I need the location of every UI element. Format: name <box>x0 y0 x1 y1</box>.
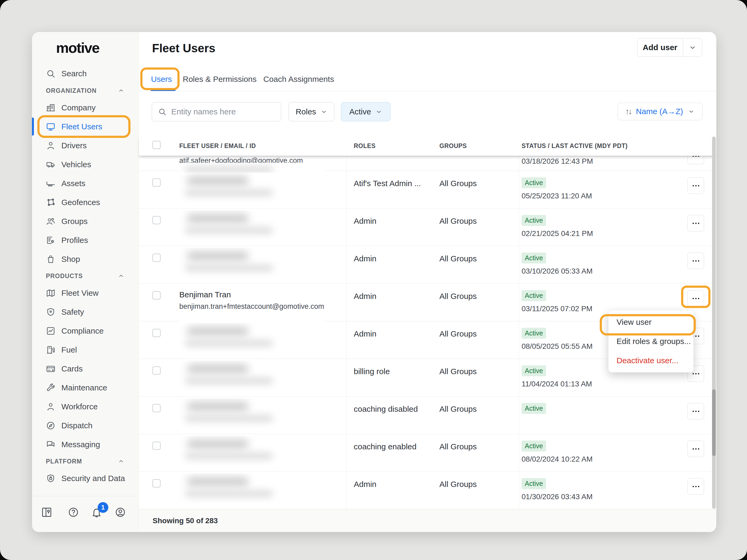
sidebar-item-geofences[interactable]: Geofences <box>32 193 138 212</box>
fuel-icon <box>46 345 55 355</box>
sidebar-item-label: Security and Data <box>61 474 125 483</box>
row-actions-kebab-button[interactable] <box>688 177 704 194</box>
sidebar-item-fleet-view[interactable]: Fleet View <box>32 284 138 302</box>
table-row: AdminAll GroupsActive03/10/2026 05:33 AM <box>139 246 716 284</box>
sidebar-item-label: Maintenance <box>61 383 107 392</box>
sidebar-item-cards[interactable]: Cards <box>32 359 138 378</box>
user-role: coaching disabled <box>354 404 418 414</box>
active-tab-underline <box>151 89 176 91</box>
search-placeholder: Entity names here <box>171 107 236 116</box>
status-badge: Active <box>521 252 546 264</box>
sidebar-item-label: Cards <box>61 364 83 373</box>
row-checkbox[interactable] <box>152 254 161 262</box>
sort-dropdown[interactable]: ↑↓ Name (A→Z) <box>618 103 702 120</box>
workforce-icon <box>46 402 55 411</box>
status-badge: Active <box>521 365 546 376</box>
row-actions-kebab-clipped[interactable] <box>688 156 704 164</box>
row-actions-kebab-button[interactable] <box>688 252 704 269</box>
add-user-button[interactable]: Add user <box>637 38 702 57</box>
select-all-checkbox[interactable] <box>152 141 161 149</box>
drivers-icon <box>46 141 55 151</box>
cards-icon <box>46 364 55 374</box>
row-actions-kebab-button[interactable] <box>688 156 704 164</box>
menu-item-edit-roles-groups[interactable]: Edit roles & groups... <box>609 332 693 351</box>
row-checkbox[interactable] <box>152 179 161 187</box>
user-email: benjiman.tran+fmtestaccount@gomotive.com <box>179 302 324 311</box>
sidebar-section-products[interactable]: PRODUCTS <box>32 269 138 284</box>
row-checkbox[interactable] <box>152 404 161 412</box>
redacted-name-blur <box>179 323 325 354</box>
sidebar-item-workforce[interactable]: Workforce <box>32 397 138 416</box>
sidebar-item-company[interactable]: Company <box>32 98 138 117</box>
sidebar-item-safety[interactable]: Safety <box>32 302 138 321</box>
row-actions-kebab-button[interactable] <box>688 290 704 306</box>
user-groups: All Groups <box>439 292 477 301</box>
search-input[interactable]: Entity names here <box>152 102 281 121</box>
add-user-dropdown[interactable] <box>683 38 702 56</box>
sidebar-item-maintenance[interactable]: Maintenance <box>32 378 138 397</box>
sidebar: motive Search ORGANIZATIONCompanyFleet U… <box>32 32 139 532</box>
sidebar-section-organization[interactable]: ORGANIZATION <box>32 83 138 98</box>
sidebar-section-platform[interactable]: PLATFORM <box>32 454 138 469</box>
sidebar-item-assets[interactable]: Assets <box>32 174 138 193</box>
tab-coach-assignments[interactable]: Coach Assignments <box>263 75 334 84</box>
add-user-label[interactable]: Add user <box>637 38 683 56</box>
guide-icon[interactable] <box>41 506 53 518</box>
table-row: AdminAll GroupsActive01/30/2026 03:43 AM <box>139 472 716 509</box>
screenshot-canvas: motive Search ORGANIZATIONCompanyFleet U… <box>0 0 747 560</box>
last-active-date: 08/02/2024 10:22 AM <box>521 455 593 463</box>
menu-item-deactivate-user[interactable]: Deactivate user... <box>609 351 693 370</box>
sidebar-item-dispatch[interactable]: Dispatch <box>32 416 138 435</box>
user-role: Admin <box>354 216 377 225</box>
tab-roles-permissions[interactable]: Roles & Permissions <box>183 75 257 84</box>
row-actions-kebab-button[interactable] <box>688 403 704 420</box>
row-checkbox[interactable] <box>152 366 161 375</box>
search-icon <box>46 69 55 78</box>
roles-filter-dropdown[interactable]: Roles <box>289 102 334 121</box>
user-role: Admin <box>354 292 377 301</box>
sidebar-item-shop[interactable]: Shop <box>32 249 138 269</box>
sidebar-item-label: Assets <box>61 179 85 188</box>
row-checkbox[interactable] <box>152 479 161 487</box>
groups-icon <box>46 216 55 226</box>
row-checkbox[interactable] <box>152 329 161 337</box>
fleet-users-icon <box>46 122 55 131</box>
tabs-divider <box>139 91 716 91</box>
row-checkbox[interactable] <box>152 442 161 450</box>
chevron-up-icon <box>118 272 125 279</box>
tab-users[interactable]: Users <box>151 75 172 84</box>
sidebar-item-groups[interactable]: Groups <box>32 212 138 231</box>
row-checkbox[interactable] <box>152 291 161 299</box>
account-icon[interactable] <box>114 506 126 518</box>
sidebar-item-security-and-data[interactable]: Security and Data <box>32 469 138 488</box>
sidebar-item-drivers[interactable]: Drivers <box>32 136 138 155</box>
redacted-name-blur <box>179 398 325 429</box>
row-actions-kebab-button[interactable] <box>688 215 704 232</box>
sidebar-sections: ORGANIZATIONCompanyFleet UsersDriversVeh… <box>32 83 138 488</box>
sidebar-item-vehicles[interactable]: Vehicles <box>32 155 138 174</box>
sidebar-item-label: Company <box>61 103 96 112</box>
security-icon <box>46 474 55 483</box>
last-active-date: 05/25/2023 11:20 AM <box>521 192 592 200</box>
company-icon <box>46 103 55 112</box>
sidebar-item-profiles[interactable]: Profiles <box>32 231 138 249</box>
sidebar-item-search[interactable]: Search <box>32 64 138 83</box>
redacted-name-blur <box>179 436 325 466</box>
active-item-bar <box>32 117 34 135</box>
status-filter-dropdown[interactable]: Active <box>341 102 391 121</box>
sidebar-item-label: Fuel <box>61 345 77 354</box>
row-actions-kebab-button[interactable] <box>688 478 704 495</box>
row-actions-kebab-button[interactable] <box>688 441 704 457</box>
scrollbar-thumb[interactable] <box>712 389 716 456</box>
redacted-name-blur <box>179 172 325 204</box>
table-row: coaching enabledAll GroupsActive08/02/20… <box>139 434 716 472</box>
sidebar-item-fleet-users[interactable]: Fleet Users <box>32 117 138 136</box>
row-checkbox[interactable] <box>152 216 161 224</box>
sidebar-item-compliance[interactable]: Compliance <box>32 321 138 340</box>
help-icon[interactable] <box>68 506 79 518</box>
menu-item-view-user[interactable]: View user <box>609 313 693 332</box>
sidebar-item-messaging[interactable]: Messaging <box>32 435 138 454</box>
user-groups: All Groups <box>439 442 477 451</box>
sidebar-item-fuel[interactable]: Fuel <box>32 340 138 359</box>
status-badge: Active <box>521 441 546 451</box>
